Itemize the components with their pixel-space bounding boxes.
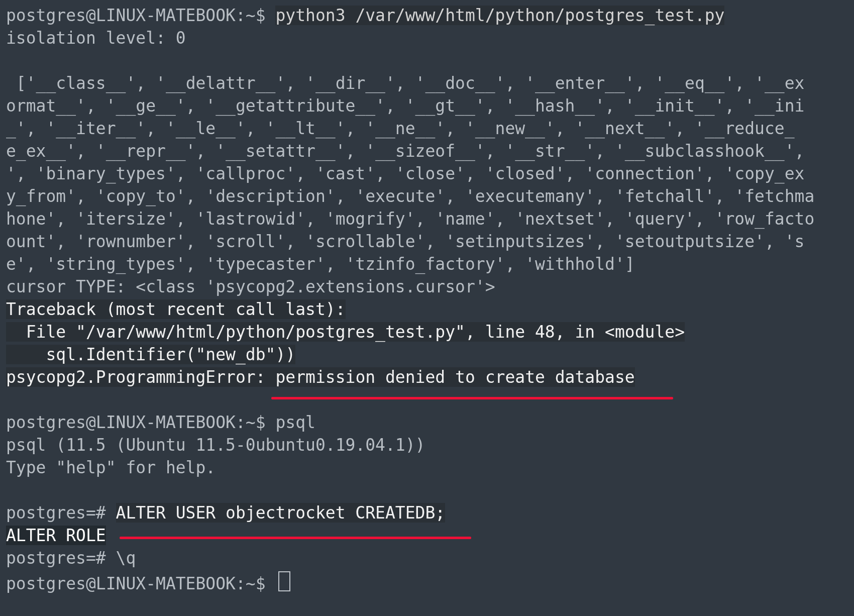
traceback-file: File "/var/www/html/python/postgres_test… <box>6 322 685 342</box>
output-dir-list: y_from', 'copy_to', 'description', 'exec… <box>6 186 814 206</box>
sql-alter-user-stmt: ALTER USER objectrocket CREATEDB; <box>116 503 446 523</box>
terminal-window[interactable]: postgres@LINUX-MATEBOOK:~$ python3 /var/… <box>0 0 854 616</box>
output-isolation-level: isolation level: 0 <box>6 28 186 48</box>
psql-prompt: postgres=# <box>6 503 116 523</box>
output-dir-list: e', 'string_types', 'typecaster', 'tzinf… <box>6 254 635 274</box>
output-dir-list: ', 'binary_types', 'callproc', 'cast', '… <box>6 164 804 183</box>
output-dir-list: ount', 'rownumber', 'scroll', 'scrollabl… <box>6 232 804 251</box>
output-dir-list: ormat__', '__ge__', '__getattribute__', … <box>6 96 804 116</box>
traceback-header: Traceback (most recent call last): <box>6 299 346 319</box>
shell-prompt: postgres@LINUX-MATEBOOK:~$ <box>6 6 275 25</box>
output-dir-list: hone', 'itersize', 'lastrowid', 'mogrify… <box>6 209 814 229</box>
output-dir-list: ['__class__', '__delattr__', '__dir__', … <box>6 73 804 93</box>
traceback-error-message: permission denied to create database <box>275 367 634 387</box>
command-python-script: python3 /var/www/html/python/postgres_te… <box>275 6 724 25</box>
annotation-underline-error <box>271 397 673 399</box>
cursor-icon <box>278 571 290 591</box>
shell-prompt-psql: postgres@LINUX-MATEBOOK:~$ psql <box>6 413 315 432</box>
psql-help-hint: Type "help" for help. <box>6 458 216 477</box>
psql-version: psql (11.5 (Ubuntu 11.5-0ubuntu0.19.04.1… <box>6 435 425 455</box>
psql-alter-role-response: ALTER ROLE <box>6 526 106 545</box>
shell-prompt: postgres@LINUX-MATEBOOK:~$ <box>6 574 275 593</box>
psql-quit: postgres=# \q <box>6 548 136 568</box>
output-dir-list: e_ex__', '__repr__', '__setattr__', '__s… <box>6 141 804 161</box>
output-dir-list: _', '__iter__', '__le__', '__lt__', '__n… <box>6 119 795 138</box>
traceback-code: sql.Identifier("new_db")) <box>6 345 295 364</box>
output-cursor-type: cursor TYPE: <class 'psycopg2.extensions… <box>6 277 495 296</box>
annotation-underline-alter <box>120 537 471 539</box>
traceback-error-prefix: psycopg2.ProgrammingError: <box>6 367 275 387</box>
